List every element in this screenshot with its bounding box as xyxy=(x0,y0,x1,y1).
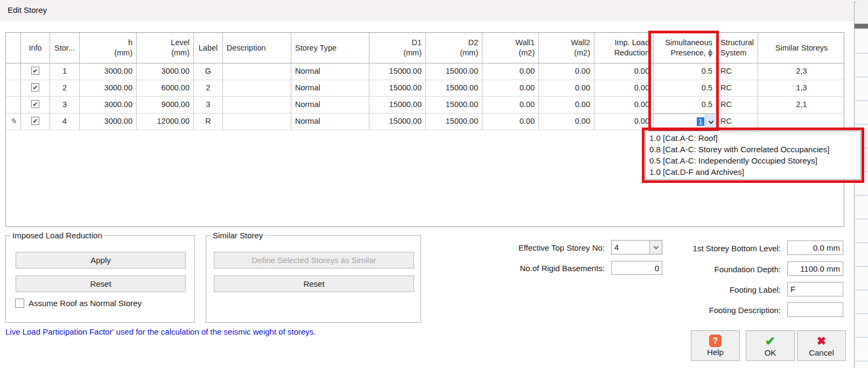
column-header-d2[interactable]: D2 (mm) xyxy=(426,33,482,63)
cell-similar-storeys[interactable]: 2,3 xyxy=(758,63,845,80)
cell-label[interactable]: 3 xyxy=(194,97,223,113)
assume-roof-checkbox[interactable] xyxy=(15,299,24,308)
cell-wall1[interactable]: 0.00 xyxy=(482,80,539,96)
cell-storey-no[interactable]: 2 xyxy=(50,80,80,96)
cell-d1[interactable]: 15000.00 xyxy=(369,63,426,80)
cell-h[interactable]: 3000.00 xyxy=(80,80,137,96)
info-checkbox[interactable]: ✔ xyxy=(31,100,39,108)
foundation-depth-input[interactable] xyxy=(787,261,843,276)
cell-sim-presence[interactable]: 0.5 xyxy=(654,97,717,113)
row-indicator[interactable] xyxy=(6,80,21,96)
cell-description[interactable] xyxy=(223,97,291,113)
bottom-level-input[interactable] xyxy=(787,240,843,255)
column-header-similar-storeys[interactable]: Similar Storeys xyxy=(758,33,845,63)
cell-info[interactable]: ✔ xyxy=(21,114,50,130)
cell-description[interactable] xyxy=(223,80,291,96)
cell-storey-no[interactable]: 4 xyxy=(50,114,80,130)
column-header-wall1[interactable]: Wall1 (m2) xyxy=(482,33,539,63)
cell-info[interactable]: ✔ xyxy=(21,80,50,96)
column-header-label[interactable]: Label xyxy=(194,33,223,63)
cell-label[interactable]: 2 xyxy=(194,80,223,96)
cell-d2[interactable]: 15000.00 xyxy=(426,97,482,113)
row-indicator[interactable] xyxy=(6,97,21,113)
imposed-reset-button[interactable]: Reset xyxy=(16,275,186,292)
cell-d1[interactable]: 15000.00 xyxy=(369,114,426,130)
cell-sim-presence[interactable]: 0.5 xyxy=(654,80,717,96)
column-header-d1[interactable]: D1 (mm) xyxy=(369,33,426,63)
cell-wall2[interactable]: 0.00 xyxy=(539,97,594,113)
info-checkbox[interactable]: ✔ xyxy=(31,67,39,75)
info-checkbox[interactable]: ✔ xyxy=(31,83,39,91)
cell-sim-presence[interactable]: 0.5 xyxy=(654,63,717,80)
cell-h[interactable]: 3000.00 xyxy=(80,114,137,130)
row-indicator[interactable] xyxy=(6,63,21,80)
cell-imp-load-reduction[interactable]: 0.00 xyxy=(594,80,654,96)
cell-similar-storeys[interactable]: 1,3 xyxy=(758,80,845,96)
cell-imp-load-reduction[interactable]: 0.00 xyxy=(594,97,654,113)
row-indicator[interactable]: ✎ xyxy=(6,114,21,130)
column-header-info[interactable]: Info xyxy=(21,33,50,63)
cell-info[interactable]: ✔ xyxy=(21,97,50,113)
column-header-structural-system[interactable]: Structural System xyxy=(717,33,758,63)
cell-storey-type[interactable]: Normal xyxy=(291,114,369,130)
ok-button[interactable]: ✔ OK xyxy=(746,330,795,361)
dropdown-option[interactable]: 1.0 [Cat.A-C: Roof] xyxy=(646,132,860,144)
cell-label[interactable]: G xyxy=(194,63,223,80)
rigid-basements-input[interactable] xyxy=(611,261,662,275)
cell-storey-no[interactable]: 1 xyxy=(50,63,80,80)
column-header-imp-load-reduction[interactable]: Imp. Load Reduction xyxy=(594,33,654,63)
cell-storey-type[interactable]: Normal xyxy=(291,80,369,96)
cell-similar-storeys[interactable] xyxy=(758,114,845,130)
cell-structural-system[interactable]: RC xyxy=(717,63,758,80)
cell-d2[interactable]: 15000.00 xyxy=(426,114,482,130)
similar-reset-button[interactable]: Reset xyxy=(214,275,414,292)
define-similar-button[interactable]: Define Selected Storeys as Similar xyxy=(214,252,414,268)
dropdown-option[interactable]: 0.8 [Cat.A-C: Storey with Correlated Occ… xyxy=(646,144,860,155)
cell-structural-system[interactable]: RC xyxy=(717,97,758,113)
column-header-h[interactable]: h (mm) xyxy=(80,33,137,63)
column-header-storey-type[interactable]: Storey Type xyxy=(291,33,369,63)
cell-h[interactable]: 3000.00 xyxy=(80,97,137,113)
footing-label-input[interactable] xyxy=(787,282,843,296)
cell-wall1[interactable]: 0.00 xyxy=(482,97,539,113)
cell-imp-load-reduction[interactable]: 0.00 xyxy=(594,63,654,80)
cell-level[interactable]: 3000.00 xyxy=(137,63,194,80)
column-header-sim-presence[interactable]: Simultaneous Presence, ϕ xyxy=(654,33,717,63)
cell-h[interactable]: 3000.00 xyxy=(80,63,137,80)
column-header-description[interactable]: Description xyxy=(223,33,291,63)
dropdown-option[interactable]: 1.0 [Cat.D-F and Archives] xyxy=(646,166,860,178)
cell-wall2[interactable]: 0.00 xyxy=(539,114,594,130)
effective-top-storey-combo[interactable]: 4 xyxy=(611,240,662,254)
cell-level[interactable]: 9000.00 xyxy=(137,97,194,113)
cell-wall2[interactable]: 0.00 xyxy=(539,63,594,80)
combo-dropdown-button[interactable] xyxy=(649,240,662,254)
column-header-storey-no[interactable]: Stor... xyxy=(50,33,80,63)
column-header-wall2[interactable]: Wall2 (m2) xyxy=(539,33,594,63)
presence-combo-value[interactable]: 1 xyxy=(654,114,705,130)
apply-button[interactable]: Apply xyxy=(16,252,186,268)
cell-label[interactable]: R xyxy=(194,114,223,130)
cell-wall2[interactable]: 0.00 xyxy=(539,80,594,96)
column-header-level[interactable]: Level (mm) xyxy=(137,33,194,63)
cell-storey-no[interactable]: 3 xyxy=(50,97,80,113)
cell-d2[interactable]: 15000.00 xyxy=(426,80,482,96)
cell-storey-type[interactable]: Normal xyxy=(291,97,369,113)
cell-structural-system[interactable]: RC xyxy=(717,114,758,130)
cancel-button[interactable]: ✖ Cancel xyxy=(797,330,846,361)
cell-wall1[interactable]: 0.00 xyxy=(482,114,539,130)
cell-d2[interactable]: 15000.00 xyxy=(426,63,482,80)
footing-description-input[interactable] xyxy=(787,302,843,317)
column-header-row-indicator[interactable] xyxy=(6,33,21,63)
cell-d1[interactable]: 15000.00 xyxy=(369,80,426,96)
presence-combo-dropdown-button[interactable] xyxy=(705,114,716,130)
cell-imp-load-reduction[interactable]: 0.00 xyxy=(594,114,654,130)
cell-level[interactable]: 6000.00 xyxy=(137,80,194,96)
cell-structural-system[interactable]: RC xyxy=(717,80,758,96)
cell-level[interactable]: 12000.00 xyxy=(137,114,194,130)
cell-description[interactable] xyxy=(223,114,291,130)
cell-storey-type[interactable]: Normal xyxy=(291,63,369,80)
info-checkbox[interactable]: ✔ xyxy=(31,117,39,125)
presence-combo-cell[interactable]: 1 xyxy=(654,114,717,130)
cell-info[interactable]: ✔ xyxy=(21,63,50,80)
cell-similar-storeys[interactable]: 2,1 xyxy=(758,97,845,113)
